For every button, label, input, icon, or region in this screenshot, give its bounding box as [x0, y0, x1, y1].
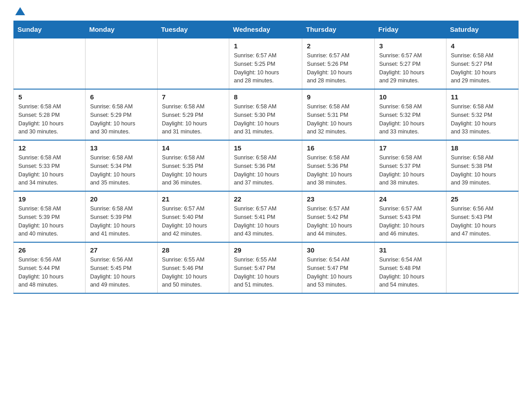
day-info: Sunrise: 6:57 AM Sunset: 5:42 PM Dayligh…: [307, 205, 369, 238]
calendar-cell: 15Sunrise: 6:58 AM Sunset: 5:36 PM Dayli…: [229, 140, 302, 191]
day-number: 9: [307, 93, 369, 101]
calendar-cell: [446, 242, 518, 293]
day-info: Sunrise: 6:56 AM Sunset: 5:45 PM Dayligh…: [90, 256, 152, 289]
calendar-cell: 17Sunrise: 6:58 AM Sunset: 5:37 PM Dayli…: [374, 140, 446, 191]
calendar-header-sunday: Sunday: [14, 21, 86, 39]
calendar-cell: 13Sunrise: 6:58 AM Sunset: 5:34 PM Dayli…: [86, 140, 157, 191]
calendar-header-saturday: Saturday: [446, 21, 518, 39]
calendar-cell: 5Sunrise: 6:58 AM Sunset: 5:28 PM Daylig…: [14, 89, 86, 140]
day-info: Sunrise: 6:55 AM Sunset: 5:47 PM Dayligh…: [234, 256, 297, 289]
day-info: Sunrise: 6:58 AM Sunset: 5:29 PM Dayligh…: [90, 103, 152, 136]
day-info: Sunrise: 6:57 AM Sunset: 5:26 PM Dayligh…: [307, 51, 369, 85]
calendar-header-monday: Monday: [86, 21, 157, 39]
calendar-cell: 6Sunrise: 6:58 AM Sunset: 5:29 PM Daylig…: [86, 89, 157, 140]
calendar-cell: 9Sunrise: 6:58 AM Sunset: 5:31 PM Daylig…: [302, 89, 374, 140]
day-info: Sunrise: 6:57 AM Sunset: 5:25 PM Dayligh…: [234, 51, 297, 85]
day-info: Sunrise: 6:58 AM Sunset: 5:39 PM Dayligh…: [18, 205, 81, 238]
calendar-table: SundayMondayTuesdayWednesdayThursdayFrid…: [13, 21, 519, 294]
calendar-header-thursday: Thursday: [302, 21, 374, 39]
day-number: 22: [234, 195, 297, 203]
day-number: 12: [18, 144, 81, 152]
day-info: Sunrise: 6:56 AM Sunset: 5:44 PM Dayligh…: [18, 256, 81, 289]
day-number: 29: [234, 246, 297, 254]
day-info: Sunrise: 6:58 AM Sunset: 5:32 PM Dayligh…: [451, 103, 514, 136]
day-number: 16: [307, 144, 369, 152]
logo[interactable]: [13, 9, 25, 16]
day-info: Sunrise: 6:58 AM Sunset: 5:36 PM Dayligh…: [307, 154, 369, 187]
day-number: 23: [307, 195, 369, 203]
calendar-cell: 2Sunrise: 6:57 AM Sunset: 5:26 PM Daylig…: [302, 38, 374, 89]
day-info: Sunrise: 6:58 AM Sunset: 5:38 PM Dayligh…: [451, 154, 514, 187]
day-number: 3: [379, 42, 442, 50]
calendar-week-row: 26Sunrise: 6:56 AM Sunset: 5:44 PM Dayli…: [14, 242, 519, 293]
day-number: 5: [18, 93, 81, 101]
day-number: 26: [18, 246, 81, 254]
calendar-cell: 20Sunrise: 6:58 AM Sunset: 5:39 PM Dayli…: [86, 191, 157, 242]
calendar-cell: [157, 38, 229, 89]
calendar-header-tuesday: Tuesday: [157, 21, 229, 39]
day-info: Sunrise: 6:58 AM Sunset: 5:35 PM Dayligh…: [162, 154, 225, 187]
day-number: 20: [90, 195, 152, 203]
day-number: 27: [90, 246, 152, 254]
calendar-cell: 28Sunrise: 6:55 AM Sunset: 5:46 PM Dayli…: [157, 242, 229, 293]
day-info: Sunrise: 6:57 AM Sunset: 5:27 PM Dayligh…: [379, 51, 442, 85]
calendar-cell: 31Sunrise: 6:54 AM Sunset: 5:48 PM Dayli…: [374, 242, 446, 293]
day-number: 11: [451, 93, 514, 101]
day-info: Sunrise: 6:58 AM Sunset: 5:28 PM Dayligh…: [18, 103, 81, 136]
day-info: Sunrise: 6:57 AM Sunset: 5:41 PM Dayligh…: [234, 205, 297, 238]
day-info: Sunrise: 6:58 AM Sunset: 5:33 PM Dayligh…: [18, 154, 81, 187]
calendar-cell: 11Sunrise: 6:58 AM Sunset: 5:32 PM Dayli…: [446, 89, 518, 140]
day-number: 1: [234, 42, 297, 50]
calendar-cell: [86, 38, 157, 89]
day-number: 8: [234, 93, 297, 101]
day-number: 13: [90, 144, 152, 152]
day-info: Sunrise: 6:54 AM Sunset: 5:47 PM Dayligh…: [307, 256, 369, 289]
calendar-week-row: 12Sunrise: 6:58 AM Sunset: 5:33 PM Dayli…: [14, 140, 519, 191]
day-info: Sunrise: 6:58 AM Sunset: 5:30 PM Dayligh…: [234, 103, 297, 136]
day-info: Sunrise: 6:58 AM Sunset: 5:39 PM Dayligh…: [90, 205, 152, 238]
calendar-cell: 19Sunrise: 6:58 AM Sunset: 5:39 PM Dayli…: [14, 191, 86, 242]
day-number: 24: [379, 195, 442, 203]
calendar-cell: 24Sunrise: 6:57 AM Sunset: 5:43 PM Dayli…: [374, 191, 446, 242]
day-number: 17: [379, 144, 442, 152]
svg-marker-0: [15, 7, 25, 15]
calendar-cell: 4Sunrise: 6:58 AM Sunset: 5:27 PM Daylig…: [446, 38, 518, 89]
day-info: Sunrise: 6:57 AM Sunset: 5:40 PM Dayligh…: [162, 205, 225, 238]
day-info: Sunrise: 6:56 AM Sunset: 5:43 PM Dayligh…: [451, 205, 514, 238]
logo-triangle-icon: [15, 7, 25, 16]
day-info: Sunrise: 6:57 AM Sunset: 5:43 PM Dayligh…: [379, 205, 442, 238]
calendar-cell: 8Sunrise: 6:58 AM Sunset: 5:30 PM Daylig…: [229, 89, 302, 140]
day-number: 31: [379, 246, 442, 254]
calendar-cell: 3Sunrise: 6:57 AM Sunset: 5:27 PM Daylig…: [374, 38, 446, 89]
calendar-header-wednesday: Wednesday: [229, 21, 302, 39]
calendar-week-row: 1Sunrise: 6:57 AM Sunset: 5:25 PM Daylig…: [14, 38, 519, 89]
day-number: 10: [379, 93, 442, 101]
calendar-header-friday: Friday: [374, 21, 446, 39]
day-number: 14: [162, 144, 225, 152]
day-info: Sunrise: 6:58 AM Sunset: 5:37 PM Dayligh…: [379, 154, 442, 187]
day-number: 25: [451, 195, 514, 203]
day-number: 28: [162, 246, 225, 254]
calendar-cell: 26Sunrise: 6:56 AM Sunset: 5:44 PM Dayli…: [14, 242, 86, 293]
day-number: 4: [451, 42, 514, 50]
day-info: Sunrise: 6:58 AM Sunset: 5:32 PM Dayligh…: [379, 103, 442, 136]
calendar-cell: 25Sunrise: 6:56 AM Sunset: 5:43 PM Dayli…: [446, 191, 518, 242]
calendar-cell: 22Sunrise: 6:57 AM Sunset: 5:41 PM Dayli…: [229, 191, 302, 242]
calendar-cell: [14, 38, 86, 89]
day-info: Sunrise: 6:58 AM Sunset: 5:31 PM Dayligh…: [307, 103, 369, 136]
calendar-cell: 27Sunrise: 6:56 AM Sunset: 5:45 PM Dayli…: [86, 242, 157, 293]
day-number: 6: [90, 93, 152, 101]
day-number: 21: [162, 195, 225, 203]
calendar-cell: 12Sunrise: 6:58 AM Sunset: 5:33 PM Dayli…: [14, 140, 86, 191]
day-info: Sunrise: 6:54 AM Sunset: 5:48 PM Dayligh…: [379, 256, 442, 289]
day-info: Sunrise: 6:58 AM Sunset: 5:34 PM Dayligh…: [90, 154, 152, 187]
calendar-cell: 21Sunrise: 6:57 AM Sunset: 5:40 PM Dayli…: [157, 191, 229, 242]
day-info: Sunrise: 6:58 AM Sunset: 5:27 PM Dayligh…: [451, 51, 514, 85]
calendar-week-row: 5Sunrise: 6:58 AM Sunset: 5:28 PM Daylig…: [14, 89, 519, 140]
day-number: 7: [162, 93, 225, 101]
calendar-cell: 7Sunrise: 6:58 AM Sunset: 5:29 PM Daylig…: [157, 89, 229, 140]
day-number: 15: [234, 144, 297, 152]
day-number: 30: [307, 246, 369, 254]
calendar-header-row: SundayMondayTuesdayWednesdayThursdayFrid…: [14, 21, 519, 39]
calendar-cell: 30Sunrise: 6:54 AM Sunset: 5:47 PM Dayli…: [302, 242, 374, 293]
